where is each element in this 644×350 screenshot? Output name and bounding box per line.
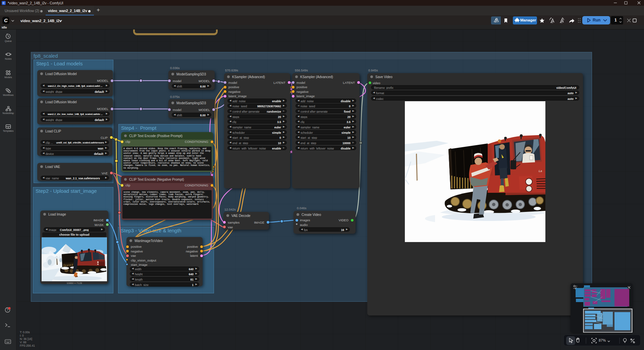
svg-text:La: La	[539, 169, 542, 173]
